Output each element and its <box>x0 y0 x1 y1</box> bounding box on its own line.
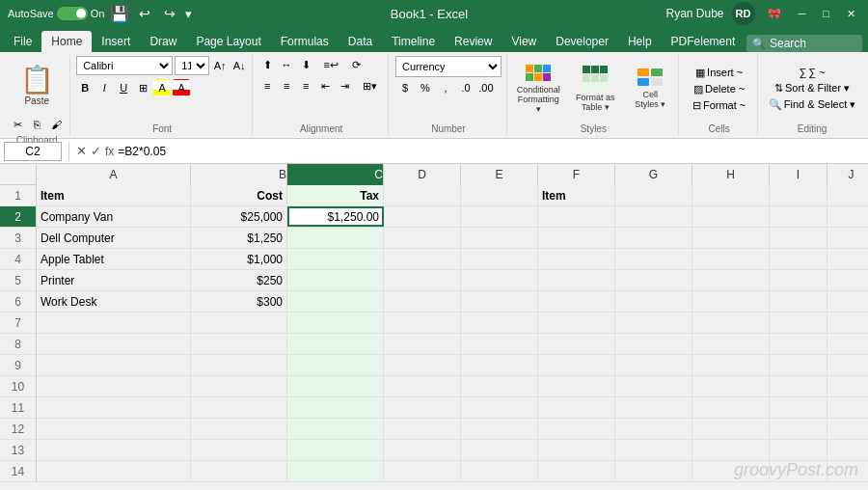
cell-5-B[interactable]: $250 <box>191 270 287 290</box>
cell-1-D[interactable] <box>384 185 461 205</box>
row-number[interactable]: 3 <box>0 228 37 248</box>
cell-8-H[interactable] <box>692 334 770 354</box>
cell-11-J[interactable] <box>827 397 868 418</box>
align-center-button[interactable]: ≡ <box>278 77 295 95</box>
align-middle-button[interactable]: ↔ <box>278 56 295 73</box>
cell-6-B[interactable]: $300 <box>191 291 287 312</box>
cell-6-C[interactable] <box>287 291 384 312</box>
cell-8-F[interactable] <box>538 334 615 354</box>
cell-11-C[interactable] <box>287 397 384 418</box>
cell-3-A[interactable]: Dell Computer <box>37 228 191 248</box>
tab-home[interactable]: Home <box>41 31 92 52</box>
cell-13-G[interactable] <box>615 440 692 460</box>
cell-2-F[interactable] <box>538 206 615 227</box>
cell-14-F[interactable] <box>538 461 615 481</box>
cell-5-H[interactable] <box>692 270 770 290</box>
cell-2-G[interactable] <box>615 206 692 227</box>
wrap-text-button[interactable]: ≡↩ <box>316 56 345 73</box>
cell-12-A[interactable] <box>37 419 191 439</box>
format-painter-button[interactable]: 🖌 <box>47 116 65 133</box>
col-header-d[interactable]: D <box>384 164 461 185</box>
decrease-font-button[interactable]: A↓ <box>231 57 248 74</box>
cell-14-C[interactable] <box>287 461 384 481</box>
cell-12-I[interactable] <box>770 419 827 439</box>
cell-2-B[interactable]: $25,000 <box>191 206 287 227</box>
cell-5-I[interactable] <box>770 270 827 290</box>
cell-7-J[interactable] <box>827 313 868 333</box>
cell-3-B[interactable]: $1,250 <box>191 228 287 248</box>
cell-9-F[interactable] <box>538 355 615 375</box>
cell-14-B[interactable] <box>191 461 287 481</box>
cell-3-E[interactable] <box>461 228 538 248</box>
cell-11-G[interactable] <box>615 397 692 418</box>
cell-6-I[interactable] <box>770 291 827 312</box>
cell-6-J[interactable] <box>827 291 868 312</box>
cell-7-A[interactable] <box>37 313 191 333</box>
cell-10-E[interactable] <box>461 376 538 396</box>
cell-13-F[interactable] <box>538 440 615 460</box>
cell-1-F[interactable]: Item <box>538 185 615 205</box>
cell-4-A[interactable]: Apple Tablet <box>37 249 191 269</box>
save-icon[interactable]: 💾 <box>110 5 129 23</box>
autosave-toggle[interactable]: AutoSave On <box>8 7 104 20</box>
col-header-c[interactable]: C <box>287 164 384 185</box>
delete-button[interactable]: ▨ Delete ~ <box>690 82 748 96</box>
increase-font-button[interactable]: A↑ <box>211 57 229 74</box>
undo-button[interactable]: ↩ <box>135 4 154 23</box>
cell-11-D[interactable] <box>384 397 461 418</box>
cell-12-F[interactable] <box>538 419 615 439</box>
cell-13-I[interactable] <box>770 440 827 460</box>
customize-qat-button[interactable]: ▾ <box>185 7 192 21</box>
cell-3-H[interactable] <box>692 228 770 248</box>
cell-12-H[interactable] <box>692 419 770 439</box>
cell-9-H[interactable] <box>692 355 770 375</box>
cell-6-F[interactable] <box>538 291 615 312</box>
cell-12-C[interactable] <box>287 419 384 439</box>
underline-button[interactable]: U <box>115 79 132 96</box>
cell-7-D[interactable] <box>384 313 461 333</box>
cell-8-E[interactable] <box>461 334 538 354</box>
cell-8-B[interactable] <box>191 334 287 354</box>
cell-5-C[interactable] <box>287 270 384 290</box>
cell-8-G[interactable] <box>615 334 692 354</box>
cell-4-C[interactable] <box>287 249 384 269</box>
cell-14-E[interactable] <box>461 461 538 481</box>
cell-8-I[interactable] <box>770 334 827 354</box>
col-header-i[interactable]: I <box>770 164 827 185</box>
increase-indent-button[interactable]: ⇥ <box>336 77 353 95</box>
cell-2-I[interactable] <box>770 206 827 227</box>
cell-13-A[interactable] <box>37 440 191 460</box>
cell-7-I[interactable] <box>770 313 827 333</box>
cell-5-G[interactable] <box>615 270 692 290</box>
decrease-indent-button[interactable]: ⇤ <box>316 77 334 95</box>
cell-9-D[interactable] <box>384 355 461 375</box>
fill-color-button[interactable]: A <box>153 79 171 96</box>
accounting-format-button[interactable]: $ <box>395 79 415 96</box>
cell-4-J[interactable] <box>827 249 868 269</box>
cell-5-A[interactable]: Printer <box>37 270 191 290</box>
cell-3-F[interactable] <box>538 228 615 248</box>
autosum-button[interactable]: ∑ ∑ ~ <box>795 66 828 79</box>
cell-12-D[interactable] <box>384 419 461 439</box>
row-number[interactable]: 12 <box>0 419 37 439</box>
cell-3-C[interactable] <box>287 228 384 248</box>
cell-1-C[interactable]: Tax <box>287 185 384 205</box>
tab-timeline[interactable]: Timeline <box>382 31 445 52</box>
col-header-b[interactable]: B <box>191 164 287 185</box>
cell-4-G[interactable] <box>615 249 692 269</box>
tab-draw[interactable]: Draw <box>140 31 186 52</box>
cell-9-C[interactable] <box>287 355 384 375</box>
row-number[interactable]: 10 <box>0 376 37 396</box>
cell-9-I[interactable] <box>770 355 827 375</box>
col-header-h[interactable]: H <box>692 164 770 185</box>
number-format-select[interactable]: Currency <box>395 56 502 77</box>
insert-function-icon[interactable]: fx <box>105 145 114 158</box>
row-number[interactable]: 5 <box>0 270 37 290</box>
format-as-table-button[interactable]: Format asTable ▾ <box>568 64 622 114</box>
cell-13-H[interactable] <box>692 440 770 460</box>
tab-help[interactable]: Help <box>618 31 662 52</box>
row-number[interactable]: 13 <box>0 440 37 460</box>
cell-6-G[interactable] <box>615 291 692 312</box>
redo-button[interactable]: ↪ <box>160 4 179 23</box>
align-left-button[interactable]: ≡ <box>258 77 276 95</box>
